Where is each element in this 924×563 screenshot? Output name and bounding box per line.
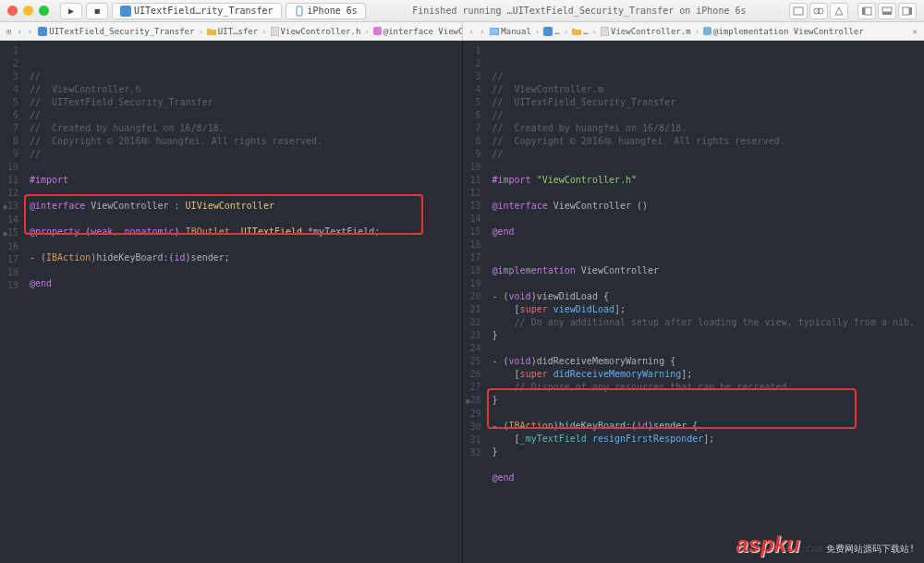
code-area[interactable]: //// ViewController.h// UITextField_Secu… [24, 41, 462, 563]
close-assistant-icon[interactable]: ✕ [910, 27, 920, 36]
toggle-debug-area[interactable] [878, 3, 896, 19]
editor-area: 123456789101112◉1314◉1516171819 //// Vie… [0, 41, 924, 563]
svg-rect-16 [601, 27, 609, 36]
line-gutter: 123456789101112◉1314◉1516171819 [0, 41, 24, 563]
jb-symbol-r[interactable]: @implementation ViewController [700, 27, 867, 36]
svg-rect-7 [882, 7, 892, 12]
assistant-editor[interactable]: 1234567891011121314151617181920212223242… [463, 41, 925, 563]
editor-mode-assistant[interactable] [809, 3, 828, 19]
svg-rect-13 [373, 27, 382, 35]
scheme-selector[interactable]: UITextField…rity_Transfer [112, 3, 282, 19]
watermark: aspku .com 免费网站源码下载站! [736, 532, 916, 557]
device-selector[interactable]: iPhone 6s [286, 3, 366, 19]
titlebar: ▶ ◼ UITextField…rity_Transfer iPhone 6s … [0, 0, 924, 22]
jb-symbol[interactable]: @interface ViewController [371, 27, 463, 36]
nav-back[interactable]: ‹ [14, 27, 24, 36]
jb-manual[interactable]: Manual [487, 27, 534, 36]
activity-status: Finished running …UITextField_Security_T… [370, 6, 789, 16]
jump-bar-right: ‹ › Manual › … › … › ViewController.m › … [463, 22, 925, 40]
stop-icon: ◼ [94, 6, 100, 16]
jb-r2[interactable]: … [541, 27, 562, 36]
svg-rect-8 [882, 12, 892, 15]
editor-mode-standard[interactable] [789, 3, 808, 19]
stop-button[interactable]: ◼ [86, 3, 108, 19]
code-area[interactable]: //// ViewController.m// UITextField_Secu… [487, 41, 925, 563]
play-icon: ▶ [68, 6, 74, 16]
related-items-icon[interactable]: ⊞ [4, 27, 14, 36]
jb-file[interactable]: ViewController.h [268, 27, 364, 36]
nav-forward-r[interactable]: › [477, 27, 487, 36]
svg-rect-12 [271, 27, 279, 36]
nav-forward[interactable]: › [25, 27, 35, 36]
primary-editor[interactable]: 123456789101112◉1314◉1516171819 //// Vie… [0, 41, 463, 563]
editor-mode-version[interactable] [830, 3, 848, 19]
toolbar-right [789, 3, 917, 19]
svg-rect-9 [903, 7, 909, 15]
jb-r3[interactable]: … [569, 27, 590, 36]
window-controls [7, 6, 49, 16]
device-name: iPhone 6s [308, 6, 358, 16]
app-icon [120, 6, 131, 17]
svg-rect-11 [38, 27, 47, 36]
toggle-utilities[interactable] [898, 3, 917, 19]
device-icon [294, 6, 305, 17]
line-gutter: 1234567891011121314151617181920212223242… [463, 41, 487, 563]
jump-bar-left: ⊞ ‹ › UITextField_Security_Transfer › UI… [0, 22, 463, 40]
jb-project[interactable]: UITextField_Security_Transfer [35, 27, 197, 36]
toggle-navigator[interactable] [857, 3, 876, 19]
nav-back-r[interactable]: ‹ [467, 27, 477, 36]
scheme-name: UITextField…rity_Transfer [134, 6, 274, 16]
svg-rect-1 [297, 6, 302, 16]
run-button[interactable]: ▶ [60, 3, 82, 19]
minimize-window[interactable] [23, 6, 33, 16]
svg-rect-6 [865, 7, 871, 15]
svg-rect-10 [909, 7, 912, 15]
zoom-window[interactable] [39, 6, 49, 16]
svg-rect-15 [543, 27, 553, 36]
jb-file-r[interactable]: ViewController.m [598, 27, 694, 36]
svg-rect-17 [703, 27, 711, 35]
svg-rect-2 [794, 7, 803, 15]
close-window[interactable] [7, 6, 18, 16]
svg-rect-0 [120, 6, 131, 17]
svg-rect-14 [490, 28, 499, 35]
jb-folder[interactable]: UIT…sfer [204, 27, 261, 36]
svg-point-4 [818, 8, 823, 14]
jump-bar: ⊞ ‹ › UITextField_Security_Transfer › UI… [0, 22, 924, 41]
